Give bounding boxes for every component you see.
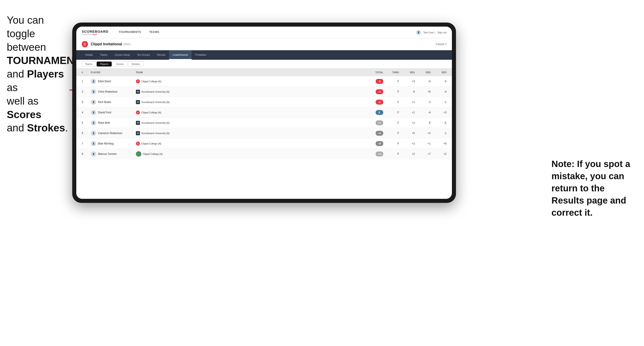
team-name: Clippd College [A] [141, 80, 161, 83]
cell-rd3: -1 [431, 101, 446, 104]
player-name: Cameron Robertson [98, 132, 122, 135]
player-cell: 👤 David Ford [91, 110, 136, 115]
tablet-frame: SCOREBOARD Powered by clippd TOURNAMENTS… [72, 22, 456, 203]
score-badge: +11 [376, 152, 383, 157]
team-logo-sb: SB [136, 131, 140, 135]
team-cell: C Clippd College [A] [136, 142, 363, 146]
score-badge: -4 [376, 89, 383, 94]
team-name: Scoreboard University [A] [141, 132, 170, 135]
tab-teams[interactable]: Teams [96, 50, 111, 60]
score-badge: +6 [376, 131, 383, 136]
cell-total: +1 [363, 120, 383, 125]
sub-tab-scores[interactable]: Scores [113, 62, 127, 66]
cell-rank: 6 [82, 132, 91, 135]
tab-details[interactable]: Details [82, 50, 96, 60]
cell-total: E [363, 110, 383, 115]
table-row: 7 👤 Blair McHarg C Clippd College [A] +8… [76, 138, 452, 149]
th-rd2: RD2 [415, 71, 431, 74]
right-annotation: Note: If you spot a mistake, you can ret… [552, 158, 637, 219]
tab-leaderboards[interactable]: Leaderboards [169, 50, 192, 60]
th-total: TOTAL [363, 71, 383, 74]
player-cell: 👤 Cameron Robertson [91, 131, 136, 136]
cell-rd2: +2 [415, 132, 431, 135]
cell-thru: F [383, 80, 399, 83]
cancel-button[interactable]: Cancel × [436, 43, 446, 46]
nav-teams[interactable]: TEAMS [145, 27, 164, 38]
cell-total: -4 [363, 89, 383, 94]
player-avatar: 👤 [91, 120, 96, 126]
powered-by: Powered by clippd [82, 33, 108, 35]
cell-rd3: +2 [431, 152, 446, 156]
players-bold: Players [27, 68, 64, 80]
cell-rd3: -1 [431, 132, 446, 135]
table-row: 5 👤 Rees Britt SB Scoreboard University … [76, 118, 452, 128]
cell-rank: 5 [82, 121, 91, 124]
top-nav: SCOREBOARD Powered by clippd TOURNAMENTS… [76, 27, 452, 38]
team-name: Clippd College [A] [141, 111, 161, 114]
player-name: Marcus Turners [98, 152, 117, 156]
cell-total: +6 [363, 131, 383, 136]
th-rd3: RD3 [431, 71, 446, 74]
cell-rd3: -4 [431, 90, 446, 93]
cell-rd3: +6 [431, 142, 446, 145]
tab-results[interactable]: Results [154, 50, 169, 60]
table-row: 6 👤 Cameron Robertson SB Scoreboard Univ… [76, 128, 452, 138]
cell-thru: F [383, 121, 399, 124]
nav-tournaments[interactable]: TOURNAMENTS [115, 27, 145, 38]
cell-thru: F [383, 101, 399, 104]
tab-course-setup[interactable]: Course Setup [111, 50, 134, 60]
table-body: 1 👤 Elliot Ebert C Clippd College [A] -8… [76, 76, 452, 199]
cell-thru: F [383, 142, 399, 145]
tournament-header: C Clippd Invitational (Men) Cancel × [76, 38, 452, 50]
team-cell: 🌿 Clippd College [A] [136, 151, 363, 157]
th-rd1: RD1 [399, 71, 415, 74]
team-cell: C Clippd College [A] [136, 79, 363, 83]
team-logo-sb: SB [136, 121, 140, 125]
scores-bold: Scores [7, 109, 41, 120]
team-cell: SB Scoreboard University [A] [136, 131, 363, 135]
team-name: Scoreboard University [A] [141, 90, 170, 93]
team-cell: SB Scoreboard University [A] [136, 121, 363, 125]
annotation-line1: You can toggle [7, 14, 44, 39]
sign-out[interactable]: Sign out [438, 31, 446, 34]
player-cell: 👤 Elliot Ebert [91, 79, 136, 84]
team-logo-sb: SB [136, 90, 140, 94]
sub-tab-teams[interactable]: Teams [82, 62, 96, 66]
player-avatar: 👤 [91, 89, 96, 94]
cell-thru: F [383, 90, 399, 93]
cell-rd3: E [431, 121, 446, 124]
player-cell: 👤 Blair McHarg [91, 141, 136, 146]
score-badge: -8 [376, 79, 383, 84]
player-name: Elliot Ebert [98, 80, 111, 83]
player-name: Chris Robertson [98, 90, 118, 93]
table-header: # PLAYER TEAM TOTAL THRU RD1 RD2 RD3 [76, 68, 452, 76]
player-name: Rich Butler [98, 101, 111, 104]
team-cell: SB Scoreboard University [A] [136, 100, 363, 104]
cell-rd1: +1 [399, 111, 415, 114]
tab-tee-groups[interactable]: Tee Groups [134, 50, 154, 60]
sub-tab-strokes[interactable]: Strokes [128, 62, 143, 66]
cell-rd2: +5 [415, 90, 431, 93]
tab-printables[interactable]: Printables [192, 50, 210, 60]
tablet-screen: SCOREBOARD Powered by clippd TOURNAMENTS… [76, 27, 452, 199]
player-avatar: 👤 [91, 99, 96, 105]
team-cell: SB Scoreboard University [A] [136, 90, 363, 94]
cell-rd1: -5 [399, 90, 415, 93]
team-name: Scoreboard University [A] [141, 101, 170, 103]
team-cell: C Clippd College [A] [136, 110, 363, 115]
nav-links: TOURNAMENTS TEAMS [115, 27, 163, 38]
cell-thru: F [383, 132, 399, 135]
sub-tab-players[interactable]: Players [96, 62, 112, 66]
cell-total: +11 [363, 152, 383, 157]
user-name: Test User | [423, 31, 435, 34]
table-row: 8 👤 Marcus Turners 🌿 Clippd College [A] … [76, 149, 452, 159]
th-team: TEAM [136, 71, 363, 74]
cell-rd2: +1 [415, 142, 431, 145]
logo-text: SCOREBOARD [82, 29, 108, 33]
th-thru: THRU [383, 71, 399, 74]
team-logo-clippd: C [136, 142, 140, 146]
team-logo-clippd: C [136, 79, 140, 83]
team-logo-special: 🌿 [136, 151, 141, 157]
note-label: Note: If you spot a mistake, you can ret… [552, 159, 630, 217]
player-name: Rees Britt [98, 121, 110, 124]
